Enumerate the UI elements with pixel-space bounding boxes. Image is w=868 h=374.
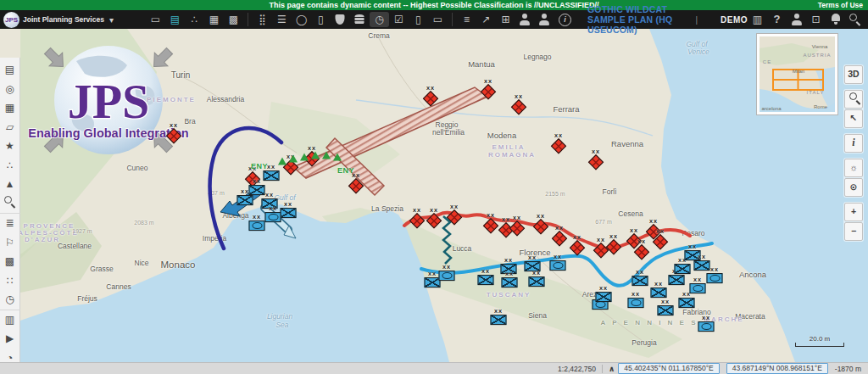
overview-map[interactable]: ViennaAUSTRIACEMilanITALYRomearcelona	[757, 34, 837, 114]
friendly-unit-armor[interactable]: XX	[690, 278, 706, 293]
data-table-icon[interactable]: ▦	[204, 12, 224, 27]
imagery-icon[interactable]: ▦	[0, 98, 20, 118]
plan-title[interactable]: GOTHIC WILDCAT SAMPLE PLAN (HQ USEUCOM)	[587, 4, 689, 35]
center-coordinates[interactable]: 43.687149°N 008.968151°E	[726, 363, 828, 374]
friendly-unit-armor[interactable]: XX	[628, 293, 644, 308]
checklist-icon[interactable]: ☑	[389, 12, 409, 27]
north-arrow-icon[interactable]: ▲	[0, 175, 20, 194]
layout-rows-icon[interactable]: ☰	[272, 12, 292, 27]
hostile-unit-symbol[interactable]: XX	[426, 87, 437, 104]
hostile-unit-symbol[interactable]: XX	[512, 216, 523, 234]
user-icon[interactable]	[787, 12, 806, 27]
hostile-unit-symbol[interactable]: XX	[351, 174, 362, 192]
hostile-unit-symbol[interactable]: XX	[429, 209, 440, 226]
hostile-unit-symbol[interactable]: XX	[554, 134, 565, 152]
door-panel-icon[interactable]: ▯	[311, 12, 331, 27]
identify-button[interactable]: i	[844, 134, 863, 153]
friendly-unit-inf[interactable]: XX	[658, 300, 674, 315]
hostile-unit-symbol[interactable]: XX	[514, 95, 525, 113]
map-annotations-icon[interactable]: ⚐	[0, 233, 20, 253]
presentation-icon[interactable]: ▭	[428, 12, 448, 27]
task-network-icon[interactable]: ∴	[0, 156, 20, 176]
friendly-unit-armor[interactable]: XX	[249, 215, 265, 231]
package-icon[interactable]: ⊞	[496, 12, 515, 27]
friendly-unit-inf[interactable]: XX	[651, 282, 667, 298]
tracks-icon[interactable]: ∷	[0, 271, 20, 291]
friendly-unit-inf[interactable]: XX	[478, 270, 494, 285]
demo-mode-badge[interactable]: DEMO	[721, 15, 748, 25]
org-structure-icon[interactable]: ∴	[185, 12, 204, 27]
friendly-unit-inf[interactable]: XX	[237, 190, 253, 205]
team-add-icon[interactable]	[535, 12, 554, 27]
hostile-unit-symbol[interactable]: XX	[572, 236, 583, 254]
terms-of-use-link[interactable]: Terms of Use	[818, 0, 863, 10]
friendly-unit-armor[interactable]: XX	[550, 255, 566, 271]
chevron-down-icon[interactable]: ▾	[109, 15, 114, 25]
database-icon[interactable]	[350, 12, 370, 27]
favorites-icon[interactable]: ★	[0, 137, 20, 156]
zoom-out-button[interactable]: −	[844, 222, 863, 241]
info-icon[interactable]: i	[559, 14, 571, 26]
friendly-unit-inf[interactable]: XX	[502, 272, 518, 287]
visibility-button[interactable]: ⊙	[844, 178, 863, 197]
open-external-icon[interactable]: ↗	[476, 12, 496, 27]
shield-icon[interactable]	[331, 12, 350, 27]
display-panel-icon[interactable]: ▭	[146, 12, 165, 27]
hostile-unit-symbol[interactable]: XX	[169, 124, 180, 142]
search-icon[interactable]	[845, 12, 865, 27]
map-scale-readout[interactable]: 1:2,422,750	[558, 365, 596, 373]
hostile-unit-symbol[interactable]: XX	[536, 215, 547, 232]
search-area-icon[interactable]	[0, 194, 20, 214]
view-3d-button[interactable]: 3D	[844, 65, 863, 84]
basemap-icon[interactable]: ▤	[0, 60, 20, 80]
hostile-unit-symbol[interactable]: XX	[609, 235, 620, 253]
cursor-coordinates[interactable]: 45.402435°N 011.167850°E	[618, 363, 719, 374]
friendly-unit-inf[interactable]: XX	[679, 293, 695, 308]
time-icon[interactable]: ◷	[370, 12, 389, 27]
brightness-button[interactable]: ☼	[844, 159, 863, 177]
select-features-button[interactable]: ↖	[844, 109, 863, 128]
filmstrip-icon[interactable]: ▥	[0, 310, 20, 330]
globe-layers-icon[interactable]: ◎	[0, 80, 20, 99]
friendly-unit-inf[interactable]: XX	[281, 203, 297, 218]
friendly-unit-armor[interactable]: XX	[707, 268, 723, 283]
hostile-unit-symbol[interactable]: XX	[554, 226, 565, 244]
draw-shapes-icon[interactable]: ▱	[0, 118, 20, 137]
apps-grid-icon[interactable]: ⣿	[253, 12, 272, 27]
layers-icon[interactable]: ≣	[0, 213, 20, 233]
zoom-in-button[interactable]: +	[844, 203, 863, 221]
map-canvas[interactable]: JPS Enabling Global Integration TurinCre…	[0, 29, 868, 362]
friendly-unit-armor[interactable]: XX	[265, 207, 281, 222]
history-icon[interactable]: ◷	[0, 290, 20, 310]
friendly-unit-inf[interactable]: XX	[675, 259, 691, 274]
hostile-unit-symbol[interactable]: XX	[591, 150, 602, 168]
hostile-unit-symbol[interactable]: XX	[486, 214, 497, 232]
playback-speed-icon[interactable]: ◔	[0, 349, 20, 363]
friendly-unit-armor[interactable]: XX	[439, 265, 455, 281]
hostile-unit-symbol[interactable]: XX	[483, 80, 494, 98]
notifications-icon[interactable]	[826, 12, 845, 27]
friendly-unit-inf[interactable]: XX	[632, 271, 648, 286]
collapse-chevron-icon[interactable]: ∧	[609, 365, 615, 373]
video-icon[interactable]: ▶	[0, 329, 20, 349]
feedback-icon[interactable]: ⊡	[806, 12, 826, 27]
hostile-unit-symbol[interactable]: XX	[449, 205, 460, 223]
help-icon[interactable]: ?	[767, 12, 787, 27]
mosaic-icon[interactable]: ▩	[0, 252, 20, 271]
zoom-window-button[interactable]	[844, 90, 863, 109]
team-icon[interactable]	[515, 12, 535, 27]
menu-lines-icon[interactable]: ≡	[457, 12, 476, 27]
app-logo-menu[interactable]: JPS Joint Planning Services ▾	[0, 12, 114, 28]
hostile-unit-symbol[interactable]: XX	[596, 238, 607, 256]
hostile-unit-symbol[interactable]: XX	[655, 230, 666, 248]
qr-grid-icon[interactable]: ▩	[224, 12, 243, 27]
friendly-unit-inf[interactable]: XX	[525, 256, 541, 271]
chat-icon[interactable]: ◯	[292, 12, 311, 27]
friendly-unit-inf[interactable]: XX	[491, 310, 507, 325]
cards-icon[interactable]: ▥	[748, 12, 767, 27]
friendly-unit-inf[interactable]: XX	[529, 271, 545, 287]
document-icon[interactable]: ▯	[409, 12, 428, 27]
map-view-icon[interactable]: ▤	[165, 12, 185, 27]
friendly-unit-armor[interactable]: XX	[698, 316, 715, 332]
hostile-unit-symbol[interactable]: XX	[412, 209, 423, 226]
